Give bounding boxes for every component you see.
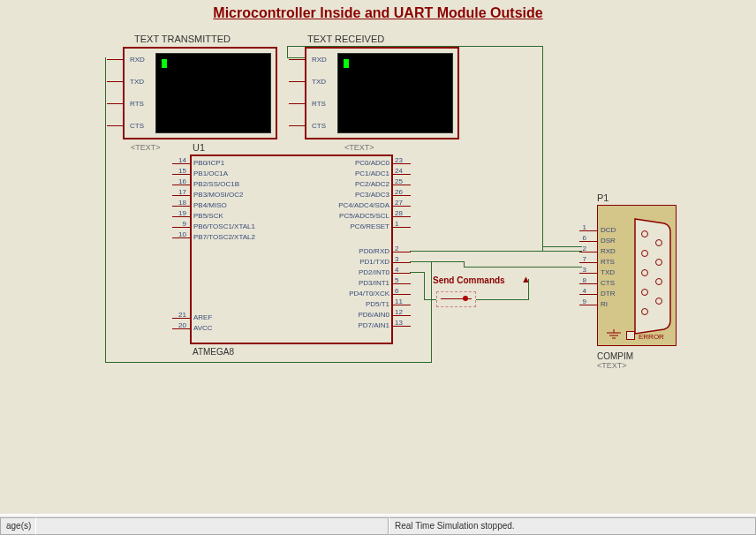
- compim-pin: RI: [601, 300, 608, 308]
- rx-terminal: RXD TXD RTS CTS: [305, 47, 459, 139]
- send-commands-label: Send Commands: [433, 275, 505, 285]
- compim-pin: TXD: [601, 268, 615, 276]
- chip-pin: PD6/AIN0: [358, 311, 389, 319]
- chip-pin: PC5/ADC5/SCL: [339, 212, 389, 220]
- chip-pin: PD1/TXD: [359, 258, 389, 266]
- tx-terminal: RXD TXD RTS CTS: [123, 47, 277, 139]
- chip-pin: AVCC: [193, 324, 213, 332]
- schematic-title: Microcontroller Inside and UART Module O…: [213, 5, 542, 21]
- chip-pin: PC2/ADC2: [355, 180, 389, 188]
- chip-pin: PC4/ADC4/SDA: [338, 201, 389, 209]
- rx-pin-rts: RTS: [312, 100, 326, 108]
- rx-pin-txd: TXD: [312, 78, 326, 86]
- chip-pin: PC3/ADC3: [355, 191, 389, 199]
- compim-placeholder: <TEXT>: [597, 361, 627, 370]
- chip-pin: PC0/ADC0: [355, 159, 389, 167]
- status-mid: [35, 517, 389, 535]
- chip-name: ATMEGA8: [193, 347, 234, 357]
- compim-pin: DCD: [601, 226, 616, 234]
- chip-pin: PD0/RXD: [359, 247, 389, 255]
- tx-placeholder: <TEXT>: [131, 143, 161, 152]
- rx-terminal-screen: [337, 53, 453, 133]
- status-left: age(s): [0, 517, 35, 535]
- tx-pin-cts: CTS: [130, 122, 144, 130]
- rx-terminal-label: TEXT RECEIVED: [307, 34, 384, 44]
- send-commands-button[interactable]: [436, 291, 476, 307]
- chip-pin: PB3/MOSI/OC2: [193, 191, 243, 199]
- status-message: Real Time Simulation stopped.: [389, 517, 756, 535]
- tx-pin-rts: RTS: [130, 100, 144, 108]
- compim-pin: RXD: [601, 247, 616, 255]
- compim-name: COMPIM: [597, 351, 633, 361]
- chip-pin: AREF: [193, 313, 212, 321]
- compim-pin: RTS: [601, 258, 615, 266]
- chip-ref: U1: [193, 142, 205, 153]
- rx-placeholder: <TEXT>: [344, 143, 374, 152]
- chip-pin: PD3/INT1: [359, 279, 389, 287]
- compim-pin: DSR: [601, 237, 616, 245]
- compim-pin: CTS: [601, 279, 615, 287]
- tx-pin-txd: TXD: [130, 78, 144, 86]
- status-bar: age(s) Real Time Simulation stopped.: [0, 514, 756, 535]
- rx-pin-rxd: RXD: [312, 56, 327, 64]
- chip-pin: PB2/SS/OC1B: [193, 180, 239, 188]
- chip-pin: PD5/T1: [366, 300, 389, 308]
- rx-pin-cts: CTS: [312, 122, 326, 130]
- chip-pin: PB4/MISO: [193, 201, 227, 209]
- chip-pin: PD4/T0/XCK: [349, 290, 389, 298]
- chip-pin: PB1/OC1A: [193, 170, 228, 177]
- chip-pin: PC1/ADC1: [355, 170, 389, 177]
- chip-pin: PB6/TOSC1/XTAL1: [193, 222, 255, 230]
- chip-pin: PB7/TOSC2/XTAL2: [193, 233, 255, 241]
- tx-terminal-screen: [155, 53, 271, 133]
- chip-pin: PC6/RESET: [351, 222, 389, 230]
- tx-terminal-label: TEXT TRANSMITTED: [134, 34, 231, 44]
- compim-ref: P1: [597, 192, 609, 203]
- arrow-icon: ▲: [521, 274, 531, 284]
- tx-pin-rxd: RXD: [130, 56, 145, 64]
- chip-pin: PD7/AIN1: [358, 321, 389, 329]
- error-led: [626, 331, 635, 340]
- schematic-canvas[interactable]: Microcontroller Inside and UART Module O…: [0, 0, 756, 514]
- compim-pin: DTR: [601, 290, 615, 298]
- chip-pin: PD2/INT0: [359, 268, 389, 276]
- chip-pin: PB0/ICP1: [193, 159, 224, 167]
- chip-pin: PB5/SCK: [193, 212, 223, 220]
- error-label: ERROR: [639, 333, 664, 341]
